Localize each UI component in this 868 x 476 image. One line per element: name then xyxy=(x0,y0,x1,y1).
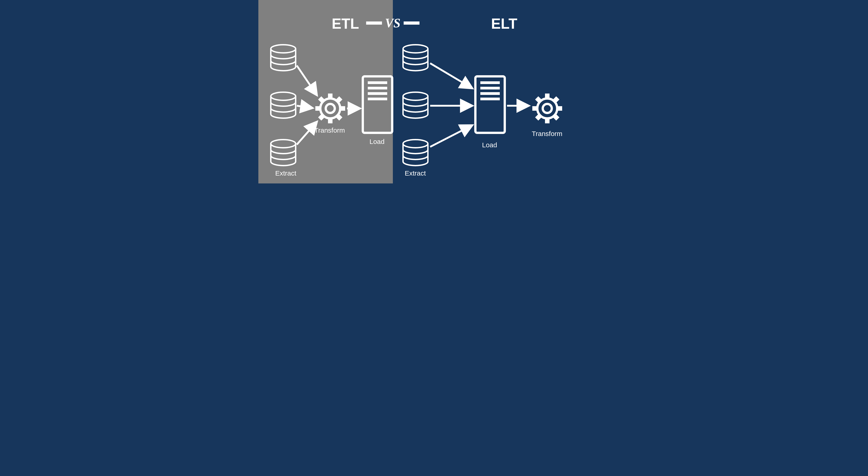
label-extract-left: Extract xyxy=(275,169,296,177)
label-transform-left: Transform xyxy=(314,127,345,134)
label-load-right: Load xyxy=(482,141,497,149)
vs-bar-right xyxy=(404,22,420,25)
label-load-left: Load xyxy=(370,138,385,146)
label-extract-right: Extract xyxy=(405,169,426,177)
vs-divider: VS xyxy=(366,16,420,30)
diagram-stage: ETL ELT VS Extract Transform Load Extrac… xyxy=(258,0,610,184)
title-elt: ELT xyxy=(491,15,518,32)
vs-bar-left xyxy=(366,22,382,25)
vs-text: VS xyxy=(385,16,401,30)
title-etl: ETL xyxy=(332,15,359,32)
label-transform-right: Transform xyxy=(532,130,563,137)
